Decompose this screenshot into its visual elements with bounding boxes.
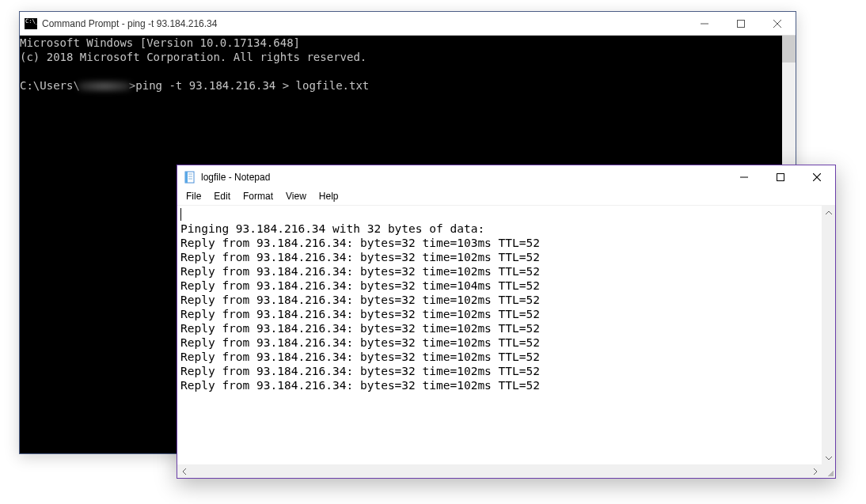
redacted-username	[78, 81, 131, 92]
cmd-header1: Microsoft Windows [Version 10.0.17134.64…	[20, 36, 300, 49]
close-button[interactable]	[759, 12, 796, 35]
resize-grip-icon[interactable]	[822, 464, 835, 478]
minimize-button[interactable]	[726, 165, 762, 188]
notepad-window: logfile - Notepad File Edit Format View …	[177, 165, 836, 479]
svg-rect-6	[777, 173, 784, 180]
notepad-title: logfile - Notepad	[201, 172, 726, 183]
menu-format[interactable]: Format	[237, 190, 279, 203]
scroll-up-icon[interactable]	[822, 206, 835, 219]
notepad-horizontal-scrollbar[interactable]	[177, 464, 822, 478]
cmd-title: Command Prompt - ping -t 93.184.216.34	[42, 18, 686, 29]
scroll-down-icon[interactable]	[822, 451, 835, 464]
notepad-body: Pinging 93.184.216.34 with 32 bytes of d…	[177, 205, 835, 478]
cmd-titlebar[interactable]: Command Prompt - ping -t 93.184.216.34	[20, 12, 796, 36]
cmd-window-controls	[686, 12, 796, 35]
cmd-output: Microsoft Windows [Version 10.0.17134.64…	[20, 36, 796, 93]
maximize-button[interactable]	[723, 12, 759, 35]
menu-view[interactable]: View	[280, 190, 312, 203]
svg-rect-0	[738, 20, 745, 27]
scroll-left-icon[interactable]	[177, 464, 191, 478]
notepad-vertical-scrollbar[interactable]	[822, 206, 835, 464]
notepad-titlebar[interactable]: logfile - Notepad	[177, 165, 835, 189]
menu-edit[interactable]: Edit	[208, 190, 236, 203]
scroll-right-icon[interactable]	[808, 464, 822, 478]
notepad-menubar: File Edit Format View Help	[177, 189, 835, 205]
notepad-text-area[interactable]: Pinging 93.184.216.34 with 32 bytes of d…	[177, 206, 835, 464]
cmd-prompt-prefix: C:\Users\	[20, 79, 80, 92]
minimize-button[interactable]	[686, 12, 723, 35]
cmd-prompt-suffix: >ping -t 93.184.216.34 > logfile.txt	[129, 79, 369, 92]
menu-help[interactable]: Help	[313, 190, 344, 203]
svg-rect-2	[185, 172, 188, 183]
close-button[interactable]	[799, 165, 835, 188]
menu-file[interactable]: File	[180, 190, 207, 203]
notepad-icon	[184, 171, 196, 184]
notepad-window-controls	[726, 165, 835, 189]
cmd-scroll-thumb[interactable]	[782, 36, 796, 63]
maximize-button[interactable]	[762, 165, 799, 188]
cmd-icon	[25, 18, 37, 29]
cmd-header2: (c) 2018 Microsoft Corporation. All righ…	[20, 51, 367, 63]
